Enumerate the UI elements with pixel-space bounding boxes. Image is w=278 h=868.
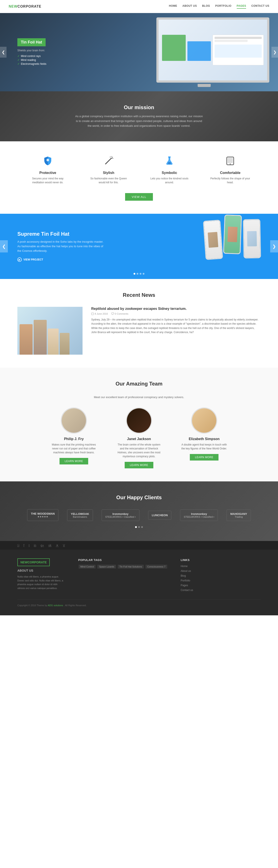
banner-arrow-right[interactable]: ❯ [270, 240, 278, 252]
footer-link-contact[interactable]: Contact us [181, 589, 193, 592]
team-avatar-janet [126, 407, 152, 434]
client-yellowoak: YELLOWOAK Barrelmakers [67, 509, 93, 521]
nav-home[interactable]: HOME [169, 4, 177, 9]
nav-portfolio[interactable]: PORTFOLIO [215, 4, 232, 9]
learn-more-philip[interactable]: Learn More [60, 458, 88, 464]
hero-badge: Tin Foil Hat [18, 38, 46, 46]
team-section: Our Amazing Team Meet our excellent team… [0, 368, 278, 482]
feature-stylish-desc: So fashionable even the Queen would kill… [87, 177, 130, 184]
social-googleplus[interactable]: g+ [41, 544, 44, 547]
svg-line-6 [110, 157, 110, 157]
feature-comfortable-desc: Perfectly follows the shape of your head… [209, 177, 252, 184]
feature-protective-desc: Secures your mind the way meditation wou… [26, 177, 69, 184]
news-person-2 [34, 320, 47, 354]
client-mahogany: MAHOGANY Trading [227, 509, 251, 521]
phone-mock-2 [223, 215, 242, 254]
banner-title: Supreme Tin Foil Hat [18, 231, 104, 237]
nav-pages[interactable]: PAGES [237, 4, 246, 9]
features-section: Protective Secures your mind the way med… [0, 141, 278, 214]
mission-body: As a global conspiracy investigation ins… [74, 114, 204, 128]
svg-point-0 [46, 159, 49, 161]
view-project-label: VIEW PROJECT [24, 258, 43, 261]
hero-subtitle: Shields your brain from: [18, 49, 46, 52]
hero-list: Mind control rays Mind reading Electroma… [18, 55, 46, 65]
footer-link-about[interactable]: About us [181, 569, 191, 572]
social-linkedin[interactable]: in [34, 544, 36, 547]
team-name-elizabeth: Elizabeth Simpson [180, 437, 228, 441]
banner-dot-2[interactable] [137, 273, 138, 275]
footer-link-home[interactable]: Home [181, 565, 188, 568]
team-bio-philip: Makes sure that the printing machines ne… [50, 443, 98, 455]
footer-links-list: Home About us Blog Portfolio Pages Conta… [181, 564, 193, 592]
learn-more-janet[interactable]: Learn More [125, 462, 153, 468]
feature-symbolic-title: Symbolic [148, 171, 191, 175]
hero-image [139, 18, 269, 83]
view-project-icon: ▶ [18, 257, 22, 262]
social-rss[interactable]: ⍈ [18, 544, 19, 547]
clients-logos: THE WOODSMAN ★★★★★ YELLOWOAK Barrelmaker… [18, 509, 260, 521]
social-vk[interactable]: vk [48, 544, 51, 547]
footer-tag-4[interactable]: Consciousness 7 [145, 565, 167, 568]
footer-grid: NEWCORPORATE ABOUT US Nulla vitae elit l… [18, 558, 260, 593]
footer-about: NEWCORPORATE ABOUT US Nulla vitae elit l… [18, 558, 65, 593]
social-twitter[interactable]: t [29, 544, 30, 547]
client-ironmonkey-1: Ironmonkey STEELWORKS • Classified • [102, 509, 139, 521]
footer-links: LINKS Home About us Blog Portfolio Pages… [181, 558, 193, 593]
feature-protective: Protective Secures your mind the way med… [26, 154, 69, 184]
nav-contact[interactable]: CONTACT US [251, 4, 269, 9]
footer-copyright: Copyright © 2016 Theme by ADG solutions … [18, 604, 86, 607]
banner-dot-3[interactable] [140, 273, 141, 275]
team-bio-elizabeth: A double agent that keeps in touch with … [180, 443, 228, 451]
feature-symbolic: Symbolic Lets you notice the kindred sou… [148, 154, 191, 184]
banner-dot-4[interactable] [143, 273, 144, 275]
footer-logo-new: NEW [21, 561, 28, 564]
banner-content: Supreme Tin Foil Hat A posh accessory de… [18, 231, 104, 262]
footer-tags-list: Mind Control Space Lizards Tin Foil Hat … [78, 564, 168, 569]
blue-banner: ❮ Supreme Tin Foil Hat A posh accessory … [0, 214, 278, 279]
social-instagram[interactable]: ☀ [56, 544, 59, 547]
team-member-janet: Janet Jackson The brain centre of the wh… [115, 407, 163, 468]
clients-dots [18, 526, 260, 528]
nav-about[interactable]: ABOUT US [182, 4, 197, 9]
wand-icon [102, 154, 115, 167]
footer-links-title: LINKS [181, 558, 193, 562]
banner-description: A posh accessory designed in the Soho la… [18, 240, 104, 253]
social-facebook[interactable]: f [24, 544, 24, 547]
feature-comfortable-title: Comfortable [209, 171, 252, 175]
feature-stylish: Stylish So fashionable even the Queen wo… [87, 154, 130, 184]
banner-arrow-left[interactable]: ❮ [0, 240, 8, 252]
team-subtitle: Meet our excellent team of professional … [18, 396, 260, 399]
banner-dot-1[interactable] [134, 273, 135, 275]
main-nav: HOME ABOUT US BLOG PORTFOLIO PAGES CONTA… [169, 4, 269, 9]
view-project-button[interactable]: ▶ VIEW PROJECT [18, 257, 104, 262]
nav-blog[interactable]: BLOG [202, 4, 210, 9]
footer-tag-2[interactable]: Space Lizards [97, 565, 116, 568]
clients-dot-3[interactable] [141, 526, 143, 528]
learn-more-elizabeth[interactable]: Learn More [190, 454, 218, 461]
hero-arrow-right[interactable]: ❯ [272, 47, 278, 58]
logo-corp: CORPORATE [18, 5, 41, 8]
hero-list-item: Mind reading [18, 59, 46, 62]
clients-dot-1[interactable] [135, 526, 137, 528]
client-luncheon: LUNCHEON [148, 511, 172, 520]
footer-link-blog[interactable]: Blog [181, 574, 186, 577]
recent-news-section: Recent News Reptiloid abused by zookeepe… [0, 279, 278, 368]
footer-link-pages[interactable]: Pages [181, 584, 188, 587]
footer-tag-3[interactable]: Tin Foil Hat Solutions [118, 565, 144, 568]
social-vimeo[interactable]: V [63, 544, 65, 547]
footer-tags: POPULAR TAGS Mind Control Space Lizards … [78, 558, 168, 593]
footer-tag-1[interactable]: Mind Control [79, 565, 96, 568]
hero-list-item: Electromagnetic fields [18, 62, 46, 65]
view-all-button[interactable]: View All [125, 193, 153, 201]
footer-link-portfolio[interactable]: Portfolio [181, 579, 190, 582]
clients-dot-2[interactable] [138, 526, 140, 528]
footer-copyright-link[interactable]: ADG solutions [48, 604, 63, 607]
logo[interactable]: NEWCORPORATE [9, 5, 41, 8]
features-grid: Protective Secures your mind the way med… [18, 154, 260, 184]
news-people [18, 307, 82, 354]
client-woodsman: THE WOODSMAN ★★★★★ [27, 509, 59, 521]
header: NEWCORPORATE HOME ABOUT US BLOG PORTFOLI… [0, 0, 278, 13]
footer-tags-title: POPULAR TAGS [78, 558, 168, 562]
hero-arrow-left[interactable]: ❮ [0, 47, 6, 58]
footer-bottom: Copyright © 2016 Theme by ADG solutions … [18, 599, 260, 607]
